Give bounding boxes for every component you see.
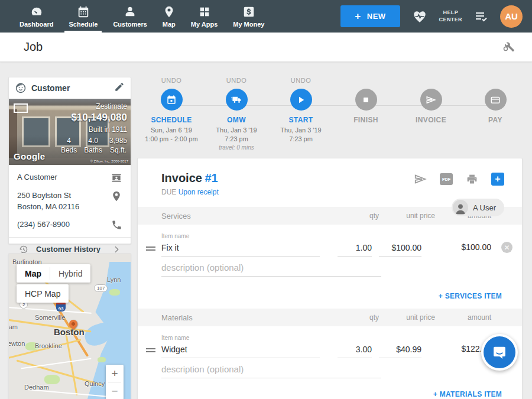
nav-item-my-money[interactable]: My Money [225,0,272,33]
undo-link[interactable]: UNDO [265,77,336,89]
hybrid-view-button[interactable]: Hybrid [50,264,90,283]
photo-credit: © Zillow, Inc. 2006-2017 [90,160,128,163]
material-qty-input[interactable] [338,342,372,358]
nav-items: Dashboard Schedule Customers Map My Apps… [0,0,272,33]
service-qty-input[interactable] [338,241,372,257]
finish-step-button[interactable] [355,89,377,111]
truck-icon [231,94,242,105]
stat-baths: 4.0Baths [84,136,102,155]
add-materials-item-link[interactable]: + MATERIALS ITEM [138,378,522,399]
customer-card-header: Customer [9,77,131,99]
tasks-list-icon[interactable] [474,9,488,24]
edit-customer-icon[interactable] [114,82,125,95]
material-description-row [138,358,522,378]
chat-launcher-button[interactable] [481,334,518,371]
qty-column-header: qty [338,212,379,220]
pay-step-button[interactable] [485,89,507,111]
undo-spacer [330,77,401,89]
dashboard-icon [30,5,43,18]
contact-card-icon[interactable] [111,172,122,184]
nav-label: My Money [233,21,264,28]
street-view-icon[interactable] [14,103,28,113]
zoom-out-button[interactable]: − [106,382,124,399]
credit-card-icon [490,95,501,105]
undo-link[interactable]: UNDO [136,77,207,89]
service-description-row [138,257,522,277]
nav-item-customers[interactable]: Customers [105,0,154,33]
map-label-quincy: Quincy [85,380,105,387]
location-pin-icon[interactable] [111,190,122,202]
map-canvas[interactable]: Burlington Lynn Somerville Waltham Bosto… [9,254,131,399]
drag-handle[interactable] [146,346,155,354]
step-label[interactable]: START [265,116,336,124]
health-heart-icon[interactable] [412,9,427,24]
new-button[interactable]: + NEW [340,5,400,27]
timeline-step-start: UNDO START Thu, Jan 3 '197:23 pm [265,77,336,144]
play-icon [296,95,306,105]
material-unit-price-input[interactable] [379,342,421,358]
help-center-link[interactable]: HELP CENTER [439,9,462,23]
drag-handle[interactable] [146,245,155,252]
material-description-input[interactable] [161,362,381,378]
invoice-title: Invoice [161,171,202,184]
nav-item-dashboard[interactable]: Dashboard [12,0,61,33]
customer-card: Customer Zestimate $10,149,080 Built in … [8,77,131,244]
zestimate-value: $10,149,080 [61,112,127,124]
nav-label: Customers [113,21,147,28]
map-view-button[interactable]: Map [17,264,50,283]
send-invoice-icon[interactable] [414,173,427,186]
delete-service-item[interactable]: ✕ [491,242,512,257]
undo-spacer [395,77,466,89]
step-label[interactable]: SCHEDULE [136,116,207,124]
timeline-step-schedule: UNDO SCHEDULE Sun, Jan 6 '191:00 pm - 2:… [136,77,207,144]
service-name-input[interactable] [161,241,320,257]
service-description-input[interactable] [161,260,381,277]
invoice-due-row: DUE Upon receipt [161,188,503,196]
zestimate-label: Zestimate [61,102,127,111]
customer-card-title: Customer [31,83,109,93]
step-date: Thu, Jan 3 '197:23 pm [265,126,336,144]
send-icon [426,95,436,105]
nav-label: Schedule [69,21,98,28]
add-invoice-icon[interactable]: + [491,173,504,186]
undo-link[interactable]: UNDO [201,77,272,89]
built-year: Built in 1911 [61,125,127,134]
service-unit-price-input[interactable] [379,241,421,257]
assignee-chip[interactable]: A User [452,199,504,216]
start-step-button[interactable] [290,89,312,111]
service-item-row: Item name $100.00 ✕ [138,225,522,257]
hcp-map-button[interactable]: HCP Map [17,284,69,303]
job-settings-icon[interactable] [501,39,515,56]
omw-step-button[interactable] [226,89,248,111]
property-stats: 4Beds 4.0Baths 3,985Sq.ft. [61,136,127,155]
invoice-step-button[interactable] [420,89,442,111]
invoice-number-link[interactable]: #1 [205,171,218,184]
unit-price-column-header: unit price [379,212,435,220]
customer-name-row: A Customer [17,172,122,184]
material-name-input[interactable] [161,342,320,358]
nav-item-my-apps[interactable]: My Apps [183,0,225,33]
schedule-step-button[interactable] [161,89,183,111]
item-name-label: Item name [161,233,512,239]
print-icon[interactable] [466,173,478,186]
stat-beds: 4Beds [61,136,77,155]
customer-phone: (234) 567-8900 [17,219,70,231]
step-label[interactable]: OMW [201,116,272,124]
service-amount: $100.00 [435,242,491,257]
new-button-label: NEW [367,12,386,21]
zoom-in-button[interactable]: + [106,365,124,382]
unit-price-column-header: unit price [379,313,435,322]
nav-item-map[interactable]: Map [155,0,183,33]
pdf-icon[interactable]: PDF [440,173,453,185]
nav-item-schedule[interactable]: Schedule [61,0,105,33]
customer-name: A Customer [17,172,57,183]
apps-grid-icon [198,5,211,18]
add-services-item-link[interactable]: + SERVICES ITEM [138,277,522,306]
phone-icon[interactable] [111,219,122,231]
help-line-1: HELP [439,9,462,17]
user-avatar[interactable]: AU [500,5,523,28]
due-value-link[interactable]: Upon receipt [179,188,219,196]
map-pin-icon [163,5,176,18]
chat-bubble-icon [484,336,515,368]
page-title: Job [24,40,43,54]
